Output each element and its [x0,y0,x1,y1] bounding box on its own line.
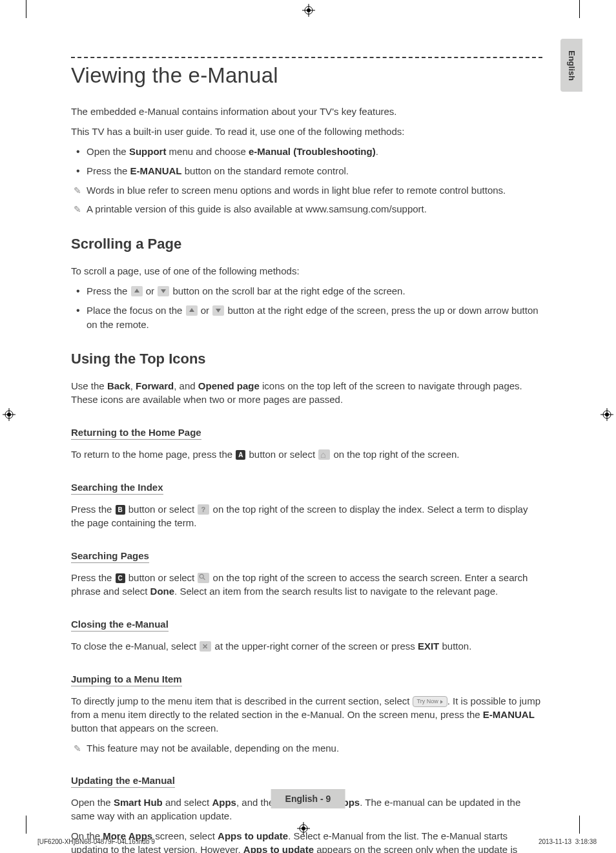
intro-paragraph: The embedded e-Manual contains informati… [71,105,542,118]
list-item: Open the Support menu and choose e-Manua… [74,145,542,159]
paragraph: Press the B button or select on the top … [71,502,542,529]
intro-list: Open the Support menu and choose e-Manua… [74,145,542,216]
index-icon [198,504,209,515]
page-number-box: English - 9 [271,789,345,808]
up-arrow-icon [131,286,143,296]
subsection-heading: Searching the Index [71,482,163,495]
print-slug-right: 2013-11-13 ￼ 3:18:38 [539,838,597,845]
b-button-icon: B [116,505,125,515]
list-item: Press the E-MANUAL button on the standar… [74,164,542,178]
crop-mark [26,816,26,834]
subsection-heading: Closing the e-Manual [71,619,169,632]
try-now-button-icon: Try Now [413,696,447,707]
subsection-heading: Returning to the Home Page [71,427,201,440]
language-tab-label: English [567,50,577,81]
home-icon [318,449,330,460]
content: Viewing the e-Manual The embedded e-Manu… [71,57,542,853]
up-arrow-icon [186,305,198,316]
close-icon [200,641,211,652]
registration-mark-icon [3,408,15,421]
down-arrow-icon [212,305,224,316]
paragraph: To return to the home page, press the A … [71,447,542,461]
intro-paragraph: This TV has a built-in user guide. To re… [71,125,542,138]
registration-mark-icon [601,408,613,421]
language-tab: English [560,39,582,92]
c-button-icon: C [116,573,125,583]
subsection-heading: Updating the e-Manual [71,775,175,788]
crop-mark [26,0,26,18]
subsection-heading: Jumping to a Menu Item [71,673,182,686]
subsection-heading: Searching Pages [71,550,149,563]
page: English Viewing the e-Manual The embedde… [36,9,580,823]
search-icon [198,573,209,583]
note-list: This feature may not be available, depen… [74,741,542,755]
page-title: Viewing the e-Manual [71,63,542,88]
section-heading: Using the Top Icons [71,351,542,367]
paragraph: To directly jump to the menu item that i… [71,694,542,735]
list-item-note: A printable version of this guide is als… [74,202,542,216]
print-slug-left: [UF6200-XH]BN68-04879F-04L16.indb 9 [37,838,155,845]
paragraph: Press the C button or select on the top … [71,571,542,598]
down-arrow-icon [158,286,169,296]
a-button-icon: A [236,450,245,460]
paragraph: Use the Back, Forward, and Opened page i… [71,379,542,406]
paragraph: To scroll a page, use of one of the foll… [71,264,542,278]
list-item: Press the or button on the scroll bar at… [74,284,542,298]
list-item-note: This feature may not be available, depen… [74,741,542,755]
paragraph: To close the e-Manual, select at the upp… [71,639,542,653]
list-item-note: Words in blue refer to screen menu optio… [74,183,542,198]
section-heading: Scrolling a Page [71,236,542,252]
list-item: Place the focus on the or button at the … [74,303,542,332]
scroll-list: Press the or button on the scroll bar at… [74,284,542,331]
title-rule [71,57,542,58]
